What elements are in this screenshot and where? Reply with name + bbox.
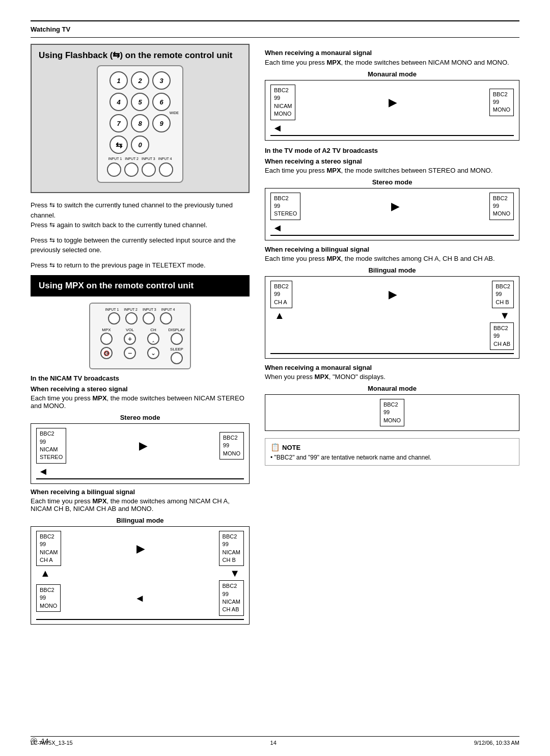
- a2-bilingual-mode: Bilingual mode: [265, 266, 519, 274]
- nicam-bilingual-diagram: BBC299NICAMCH A ▶ BBC299NICAMCH B ▲ ▼ BB…: [31, 526, 250, 625]
- a2-bilingual-heading: When receiving a bilingual signal: [265, 246, 519, 253]
- mute-btn: 🔇: [100, 347, 113, 359]
- mpx-input-1: [108, 312, 120, 325]
- vol-btn: +: [124, 333, 136, 345]
- btn-0: 0: [131, 136, 149, 154]
- mpx-input-2: [125, 312, 138, 325]
- ch-up-btn: ‸: [147, 333, 159, 345]
- footer: LC-AW5X_13-15 14 9/12/06, 10:33 AM: [31, 736, 519, 746]
- flashback-section: Using Flashback (⇆) on the remote contro…: [31, 44, 250, 193]
- input-labels: INPUT 1 INPUT 2 INPUT 3 INPUT 4: [104, 157, 176, 160]
- flashback-para2: Press ⇆ to toggle between the currently …: [31, 235, 250, 255]
- nicam-stereo-mode: Stereo mode: [31, 414, 250, 421]
- btn-2: 2: [131, 71, 149, 90]
- nicam-bilingual-heading: When receiving a bilingual signal: [31, 488, 250, 496]
- a2-monaural-mode: Monaural mode: [265, 385, 519, 392]
- mpx-btn: [100, 333, 113, 345]
- input-btn-4: [159, 163, 173, 177]
- nicam-bilingual-mode: Bilingual mode: [31, 517, 250, 524]
- monaural-text: Each time you press MPX, the mode switch…: [265, 59, 519, 66]
- mpx-section: Using MPX on the remote control unit: [31, 275, 250, 296]
- a2-monaural-heading: When receiving a monaural signal: [265, 364, 519, 371]
- nicam-stereo-text: Each time you press MPX, the mode switch…: [31, 394, 250, 410]
- remote-illustration: 1 2 3 4 5 6 7 8 9WIDE ⇆ 0: [97, 65, 183, 183]
- mpx-input-3: [143, 312, 155, 325]
- sleep-btn: [171, 352, 183, 364]
- top-border: [31, 20, 519, 21]
- nicam-stereo-heading: When receiving a stereo signal: [31, 385, 250, 393]
- a2-monaural-diagram: BBC299MONO: [265, 394, 519, 431]
- btn-9: 9WIDE: [152, 114, 171, 132]
- nicam-heading: In the NICAM TV broadcasts: [31, 374, 250, 382]
- btn-8: 8: [131, 114, 149, 132]
- btn-7: 7: [109, 114, 128, 132]
- mpx-title: Using MPX on the remote control unit: [39, 280, 241, 291]
- mpx-remote-illustration: INPUT 1 INPUT 2 INPUT 3 INPUT 4: [89, 303, 191, 369]
- two-col-layout: Using Flashback (⇆) on the remote contro…: [31, 44, 519, 629]
- btn-5: 5: [131, 93, 149, 111]
- left-column: Using Flashback (⇆) on the remote contro…: [31, 44, 250, 629]
- footer-right: 9/12/06, 10:33 AM: [474, 740, 519, 746]
- remote-number-grid: 1 2 3 4 5 6 7 8 9WIDE ⇆ 0: [104, 71, 176, 154]
- btn-6: 6: [152, 93, 171, 111]
- mpx-input-4: [160, 312, 172, 325]
- note-title: 📋 NOTE: [270, 443, 514, 452]
- a2-bilingual-text: Each time you press MPX, the mode switch…: [265, 255, 519, 262]
- monaural-heading: When receiving a monaural signal: [265, 49, 519, 57]
- nicam-bilingual-text: Each time you press MPX, the mode switch…: [31, 497, 250, 512]
- btn-3: 3: [152, 71, 171, 90]
- page-number: ⓔ -14: [31, 737, 48, 746]
- note-box: 📋 NOTE • "BBC2" and "99" are tentative n…: [265, 438, 519, 466]
- section-title: Watching TV: [31, 24, 519, 33]
- a2-bilingual-diagram: BBC299CH A ▶ BBC299CH B ▲ ▼ BBC299CH AB: [265, 276, 519, 359]
- page: Watching TV Using Flashback (⇆) on the r…: [0, 0, 550, 756]
- note-text: • "BBC2" and "99" are tentative network …: [270, 454, 514, 461]
- flashback-para1: Press ⇆ to switch the currently tuned ch…: [31, 200, 250, 230]
- a2-stereo-heading: When receiving a stereo signal: [265, 157, 519, 165]
- flashback-title: Using Flashback (⇆) on the remote contro…: [39, 50, 241, 61]
- btn-flashback: ⇆: [109, 136, 128, 154]
- a2-stereo-text: Each time you press MPX, the mode switch…: [265, 167, 519, 174]
- input-btn-1: [107, 163, 121, 177]
- btn-4: 4: [109, 93, 128, 111]
- a2-stereo-mode: Stereo mode: [265, 178, 519, 186]
- a2-monaural-text: When you press MPX, "MONO" displays.: [265, 373, 519, 381]
- vol-down-btn: −: [124, 347, 136, 359]
- input-buttons: [104, 163, 176, 177]
- input-btn-2: [124, 163, 139, 177]
- monaural-diagram: BBC299NICAMMONO ▶ BBC299MONO ◄: [265, 80, 519, 141]
- a2-heading: In the TV mode of A2 TV broadcasts: [265, 147, 519, 154]
- note-icon: 📋: [270, 443, 280, 452]
- input-btn-3: [142, 163, 156, 177]
- ch-down-btn: ⌄: [147, 347, 159, 359]
- monaural-mode: Monaural mode: [265, 70, 519, 78]
- footer-center: 14: [270, 740, 277, 746]
- flashback-para3: Press ⇆ to return to the previous page i…: [31, 260, 250, 271]
- btn-1: 1: [109, 71, 128, 90]
- nicam-stereo-diagram: BBC299NICAMSTEREO ▶ BBC299MONO ◄: [31, 423, 250, 484]
- a2-stereo-diagram: BBC299STEREO ▶ BBC299MONO ◄: [265, 188, 519, 240]
- right-column: When receiving a monaural signal Each ti…: [265, 44, 519, 629]
- display-btn: [171, 333, 183, 345]
